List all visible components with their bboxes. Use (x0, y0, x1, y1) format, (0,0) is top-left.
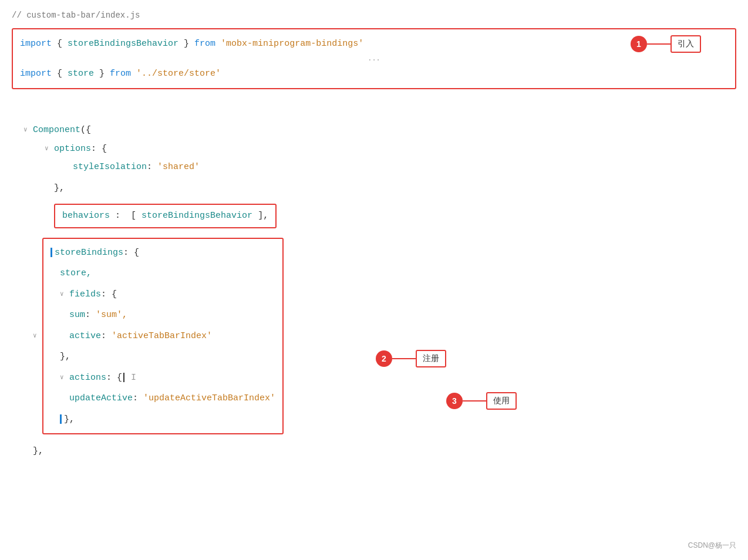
import-path-1: 'mobx-miniprogram-bindings' (221, 36, 363, 52)
annotation-1: 1 引入 (631, 35, 701, 53)
watermark: CSDN@杨一只 (688, 541, 736, 551)
punct-6 (131, 66, 136, 82)
import-section: import { storeBindingsBehavior } from 'm… (12, 28, 736, 89)
collapse-arrow-4[interactable]: ∨ (60, 289, 69, 300)
from-keyword-1: from (194, 36, 215, 52)
active-line: active : 'activeTabBarIndex' (69, 327, 275, 346)
page-container: // custom-tab-bar/index.js import { stor… (0, 0, 748, 560)
store-bindings-header: ∨ storeBindings : { store, ∨ (33, 236, 736, 437)
colon-1: : { (91, 141, 107, 157)
colon-2: : (147, 160, 157, 175)
annotation-3: 3 使用 (446, 392, 517, 410)
badge-label-3: 使用 (486, 392, 517, 410)
style-isolation-line: styleIsolation : 'shared' (63, 158, 736, 177)
store-bindings-behavior: storeBindingsBehavior (68, 36, 178, 52)
fields-keyword: fields (69, 287, 101, 302)
badge-line-1 (647, 43, 670, 45)
cursor (123, 373, 124, 382)
ellipsis: ... (20, 55, 728, 63)
options-close: }, (54, 181, 65, 196)
from-keyword-2: from (110, 66, 131, 82)
spacer-1 (63, 161, 73, 173)
collapse-arrow-5[interactable]: ∨ (60, 372, 69, 383)
component-close-line: }, (33, 442, 736, 461)
import-keyword-2: import (20, 66, 52, 82)
behaviors-bracket-close: ], (258, 211, 268, 221)
ua-colon: : (133, 391, 143, 406)
sb-colon: : { (123, 245, 139, 261)
options-close-line: }, (45, 179, 736, 198)
punct-3 (215, 36, 221, 52)
vertical-bar-1 (50, 248, 52, 257)
cursor-char: I (126, 370, 136, 386)
sum-val: 'sum', (96, 308, 127, 323)
actions-colon: : { (106, 370, 122, 386)
badge-3: 3 (446, 393, 463, 409)
badge-line-3 (463, 400, 486, 402)
sum-line: sum : 'sum', (69, 306, 275, 325)
spacer-3 (45, 210, 54, 221)
store-keyword: store, (60, 266, 92, 281)
behaviors-colon: : (115, 211, 126, 221)
actions-line: ∨ actions : { I (60, 369, 275, 387)
fields-colon: : { (101, 287, 117, 302)
badge-1: 1 (631, 36, 647, 52)
file-path: // custom-tab-bar/index.js (0, 6, 748, 27)
store-name: store (68, 66, 94, 82)
fields-close-line: }, (60, 348, 275, 366)
behaviors-val: storeBindingsBehavior (141, 211, 252, 221)
actions-keyword: actions (69, 370, 106, 386)
active-colon: : (101, 329, 112, 344)
update-active-key: updateActive (69, 391, 133, 406)
component-paren: ({ (80, 123, 91, 138)
import-line-2: import { store } from '../store/store' (20, 64, 728, 83)
punct-2: } (178, 36, 194, 52)
active-key: active (69, 329, 101, 344)
store-bindings-keyword: storeBindings (55, 245, 123, 261)
collapse-arrow-2[interactable]: ∨ (45, 143, 54, 154)
active-val: 'activeTabBarIndex' (112, 329, 212, 344)
sum-key: sum (69, 308, 85, 323)
behaviors-box: behaviors : [ storeBindingsBehavior ], (54, 204, 277, 228)
style-isolation-val: 'shared' (157, 160, 200, 175)
import-line-1: import { storeBindingsBehavior } from 'm… (20, 34, 728, 53)
behaviors-key: behaviors (62, 211, 110, 221)
store-line: store, (60, 264, 275, 283)
import-keyword-1: import (20, 36, 52, 52)
fields-line: ∨ fields : { (60, 285, 275, 304)
store-bindings-key-line: storeBindings : { (50, 244, 275, 262)
badge-label-1: 引入 (670, 35, 701, 53)
fields-close: }, (60, 349, 70, 365)
actions-close: }, (64, 412, 75, 427)
collapse-arrow-3[interactable]: ∨ (33, 330, 42, 342)
punct-4: { (52, 66, 68, 82)
ua-val: 'updateActiveTabBarIndex' (143, 391, 275, 406)
collapse-arrow-1[interactable]: ∨ (23, 124, 33, 136)
spacer-2 (45, 183, 54, 194)
punct-1: { (52, 36, 68, 52)
sum-colon: : (85, 308, 96, 323)
style-isolation-key: styleIsolation (73, 160, 147, 175)
import-path-2: '../store/store' (136, 66, 221, 82)
component-section: ∨ Component ({ ∨ options : { styleIsolat… (0, 121, 748, 461)
component-keyword: Component (33, 123, 80, 138)
behaviors-bracket-open: [ (131, 211, 136, 221)
punct-5: } (94, 66, 110, 82)
component-line: ∨ Component ({ (23, 121, 736, 140)
store-bindings-section: ∨ storeBindings : { store, ∨ (33, 236, 736, 437)
component-close: }, (33, 444, 43, 459)
actions-close-line: }, (60, 410, 275, 429)
update-active-line: updateActive : 'updateActiveTabBarIndex' (69, 389, 275, 408)
store-bindings-box: storeBindings : { store, ∨ fields : { (42, 238, 284, 435)
options-line: ∨ options : { (45, 140, 736, 158)
options-keyword: options (54, 141, 91, 157)
vertical-bar-2 (60, 414, 62, 424)
behaviors-line-wrapper: behaviors : [ storeBindingsBehavior ], (45, 202, 736, 230)
